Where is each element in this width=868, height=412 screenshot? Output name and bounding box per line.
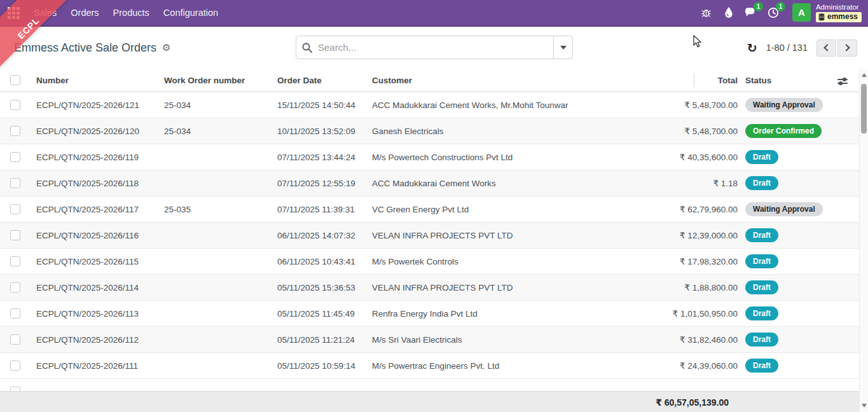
cell-order-date: 05/11/2025 11:45:49 <box>277 309 372 319</box>
search-dropdown-button[interactable] <box>553 36 572 58</box>
row-checkbox[interactable] <box>10 230 20 240</box>
cell-order-date: 07/11/2025 12:55:19 <box>277 179 372 188</box>
status-badge: Waiting Approval <box>745 98 823 112</box>
cell-status: Order Confirmed <box>738 124 859 138</box>
pager-previous-button[interactable] <box>816 39 836 57</box>
cell-status: Draft <box>738 306 859 320</box>
cell-select <box>10 360 36 371</box>
cell-number: ECPL/QTN/2025-2026/121 <box>36 100 164 110</box>
cell-total: ₹ 5,48,700.00 <box>661 126 738 136</box>
select-all-checkbox[interactable] <box>10 75 20 85</box>
row-checkbox[interactable] <box>10 360 20 371</box>
chevron-right-icon <box>843 44 850 51</box>
cell-status: Draft <box>738 280 859 294</box>
cell-number: ECPL/QTN/2025-2026/115 <box>36 257 164 266</box>
status-badge: Draft <box>745 150 778 164</box>
search-icon <box>296 36 318 58</box>
row-checkbox[interactable] <box>10 387 20 391</box>
cell-select <box>10 152 36 162</box>
table-row[interactable]: ECPL/QTN/2025-2026/11606/11/2025 14:07:3… <box>0 223 859 249</box>
table-row[interactable]: ECPL/QTN/2025-2026/11305/11/2025 11:45:4… <box>0 301 859 327</box>
activities-button[interactable]: 1 <box>765 4 782 21</box>
list-body: ECPL/QTN/2025-2026/12125-03415/11/2025 1… <box>0 92 859 379</box>
status-badge: Draft <box>745 254 778 268</box>
cell-number: ECPL/QTN/2025-2026/112 <box>36 335 164 345</box>
droplet-button[interactable] <box>720 4 737 21</box>
cell-customer: VELAN INFRA PROJECTS PVT LTD <box>372 231 661 240</box>
cell-order-date: 07/11/2025 13:44:24 <box>277 153 372 162</box>
refresh-button[interactable]: ↻ <box>747 42 757 54</box>
row-checkbox[interactable] <box>10 334 20 345</box>
top-navbar: Sales Orders Products Configuration <box>0 0 868 27</box>
cell-customer: VC Green Energy Pvt Ltd <box>372 205 661 214</box>
cell-status: Draft <box>738 228 859 242</box>
col-header-total[interactable]: Total <box>661 76 738 85</box>
cell-customer: Ganesh Electricals <box>372 127 661 136</box>
systray: 1 1 A Administrator emmess <box>698 3 868 22</box>
table-row-clipped[interactable] <box>0 379 859 391</box>
row-checkbox[interactable] <box>10 308 20 319</box>
cell-work-order: 25-035 <box>164 205 277 214</box>
header-column-separator <box>694 73 694 87</box>
row-checkbox[interactable] <box>10 178 20 188</box>
cell-order-date: 05/11/2025 10:59:14 <box>277 361 372 371</box>
scrollbar-up-arrow[interactable] <box>862 73 867 77</box>
table-row[interactable]: ECPL/QTN/2025-2026/11907/11/2025 13:44:2… <box>0 144 859 170</box>
cell-total: ₹ 1,88,800.00 <box>661 282 738 292</box>
table-row[interactable]: ECPL/QTN/2025-2026/11725-03507/11/2025 1… <box>0 196 859 223</box>
pager-next-button[interactable] <box>837 39 857 57</box>
settings-gear-icon[interactable]: ⚙ <box>162 42 170 53</box>
table-row[interactable]: ECPL/QTN/2025-2026/11105/11/2025 10:59:1… <box>0 353 859 379</box>
cell-number: ECPL/QTN/2025-2026/118 <box>36 179 164 188</box>
messages-button[interactable]: 1 <box>743 4 759 21</box>
scrollbar-down-arrow[interactable] <box>862 404 867 408</box>
row-checkbox[interactable] <box>10 126 20 136</box>
menu-orders[interactable]: Orders <box>64 0 106 25</box>
cell-number: ECPL/QTN/2025-2026/116 <box>36 231 164 240</box>
table-row[interactable]: ECPL/QTN/2025-2026/11807/11/2025 12:55:1… <box>0 170 859 196</box>
cell-status: Draft <box>738 359 859 373</box>
optional-columns-icon[interactable] <box>837 76 848 86</box>
table-row[interactable]: ECPL/QTN/2025-2026/12125-03415/11/2025 1… <box>0 92 859 118</box>
menu-sales[interactable]: Sales <box>27 0 64 25</box>
table-row[interactable]: ECPL/QTN/2025-2026/11405/11/2025 15:36:5… <box>0 275 859 301</box>
main-menus: Sales Orders Products Configuration <box>27 0 225 25</box>
list-footer: ₹ 60,57,05,139.00 <box>0 391 859 412</box>
user-menu[interactable]: A Administrator emmess <box>792 3 862 22</box>
table-row[interactable]: ECPL/QTN/2025-2026/11205/11/2025 11:21:2… <box>0 327 859 353</box>
cell-customer: M/s Powertrac Engineers Pvt. Ltd <box>372 361 661 371</box>
scrollbar-thumb[interactable] <box>861 84 867 134</box>
database-name: emmess <box>827 13 858 22</box>
cell-select <box>10 126 36 136</box>
menu-configuration[interactable]: Configuration <box>156 0 225 25</box>
cell-total: ₹ 40,35,600.00 <box>661 152 738 162</box>
cell-number: ECPL/QTN/2025-2026/113 <box>36 309 164 319</box>
col-header-customer[interactable]: Customer <box>372 76 661 85</box>
vertical-scrollbar[interactable] <box>859 69 868 412</box>
row-checkbox[interactable] <box>10 100 20 110</box>
search-input[interactable] <box>318 36 553 58</box>
apps-grid-icon <box>8 7 20 19</box>
debug-bug-icon[interactable] <box>698 4 715 21</box>
table-row[interactable]: ECPL/QTN/2025-2026/11506/11/2025 10:43:4… <box>0 249 859 275</box>
chevron-down-icon <box>560 46 567 50</box>
avatar: A <box>792 3 811 22</box>
search-bar <box>296 36 573 59</box>
row-checkbox[interactable] <box>10 204 20 214</box>
row-checkbox[interactable] <box>10 282 20 292</box>
cell-number: ECPL/QTN/2025-2026/117 <box>36 205 164 214</box>
cell-customer: M/s Powertek Controls <box>372 257 661 266</box>
col-header-order-date[interactable]: Order Date <box>277 76 372 85</box>
cell-number: ECPL/QTN/2025-2026/119 <box>36 153 164 162</box>
table-row[interactable]: ECPL/QTN/2025-2026/12025-03410/11/2025 1… <box>0 118 859 144</box>
row-checkbox[interactable] <box>10 256 20 266</box>
row-checkbox[interactable] <box>10 152 20 162</box>
apps-menu-button[interactable] <box>0 0 27 25</box>
cell-order-date: 10/11/2025 13:52:09 <box>277 127 372 136</box>
col-header-work-order[interactable]: Work Order number <box>164 76 277 85</box>
menu-products[interactable]: Products <box>106 0 156 25</box>
cell-select <box>10 256 36 266</box>
cell-select <box>10 282 36 292</box>
col-header-number[interactable]: Number <box>36 76 164 85</box>
cell-select <box>10 100 36 110</box>
